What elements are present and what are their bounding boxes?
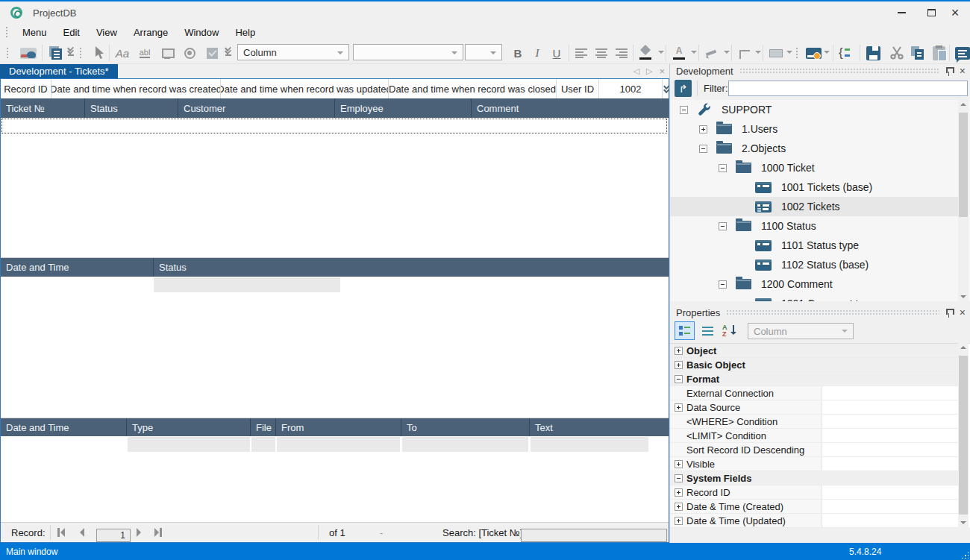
menu-item-window[interactable]: Window: [176, 24, 227, 41]
scrollbar-thumb[interactable]: [959, 356, 968, 515]
property-row-where-condition[interactable]: <WHERE> Condition: [670, 415, 958, 429]
align-left-button[interactable]: [573, 44, 591, 62]
properties-scrollbar[interactable]: [958, 343, 969, 527]
size-combobox[interactable]: [465, 44, 502, 60]
categorized-view-button[interactable]: [675, 321, 695, 340]
documents-button[interactable]: [46, 44, 64, 62]
tree-item-1102-status-base[interactable]: 1102 Status (base): [670, 255, 958, 274]
properties-column-combobox[interactable]: Column: [748, 323, 854, 339]
development-tree-scrollbar[interactable]: [958, 100, 969, 301]
minimize-button[interactable]: [889, 4, 913, 22]
messages-empty-cell-text[interactable]: [531, 437, 648, 452]
scroll-up-icon[interactable]: [960, 346, 966, 349]
menubar-grip[interactable]: [5, 26, 9, 39]
tree-item-1101-status-type[interactable]: 1101 Status type: [670, 236, 958, 255]
field-header-date-and-time-when-record-was-created[interactable]: Date and time when record was created: [51, 79, 221, 98]
property-row-object[interactable]: Object: [670, 344, 958, 358]
scroll-down-icon[interactable]: [960, 295, 966, 298]
column-header-employee[interactable]: Employee: [334, 98, 471, 118]
property-expander-plus[interactable]: [675, 460, 683, 468]
property-row-system-fields[interactable]: System Fields: [670, 471, 958, 485]
column-header-customer[interactable]: Customer: [178, 98, 334, 118]
close-button[interactable]: ×: [943, 4, 967, 22]
shape-dropdown[interactable]: [786, 51, 792, 57]
align-center-button[interactable]: [592, 44, 610, 62]
record-view-button[interactable]: [804, 44, 822, 62]
toolbar-grip[interactable]: [6, 47, 10, 60]
property-expander-plus[interactable]: [675, 361, 683, 369]
first-record-button[interactable]: [57, 523, 65, 542]
tree-item-1201-comment-type[interactable]: 1201 Comment type: [670, 294, 958, 301]
highlight-button[interactable]: [703, 44, 721, 62]
column-combobox[interactable]: Column: [237, 44, 349, 60]
toolbar-overflow-1[interactable]: [66, 44, 75, 59]
tab-development-tickets[interactable]: Development - Tickets*: [0, 64, 118, 78]
record-view-dropdown[interactable]: [824, 51, 830, 57]
column-header-status[interactable]: Status: [84, 98, 178, 118]
property-value-cell[interactable]: [822, 415, 958, 428]
properties-close-icon[interactable]: ×: [960, 307, 966, 318]
italic-button[interactable]: I: [528, 44, 546, 62]
tree-item-1100-status[interactable]: 1100 Status: [670, 216, 958, 236]
column-header-type[interactable]: Type: [126, 418, 250, 436]
underline-button[interactable]: U: [548, 44, 566, 62]
border-style-dropdown[interactable]: [755, 51, 761, 57]
menu-item-arrange[interactable]: Arrange: [125, 24, 176, 41]
last-record-button[interactable]: [154, 523, 162, 542]
property-expander-minus[interactable]: [675, 375, 683, 383]
field-header-date-and-time-when-record-was-closed[interactable]: Date and time when record was closed: [389, 79, 557, 98]
align-right-button[interactable]: [612, 44, 630, 62]
toolbar-grip-3[interactable]: [795, 47, 799, 60]
text-tool-button[interactable]: Aa: [113, 44, 131, 62]
property-expander-plus[interactable]: [675, 488, 683, 497]
font-color-dropdown[interactable]: [691, 51, 697, 57]
column-header-from[interactable]: From: [275, 418, 401, 436]
copy-button[interactable]: [909, 44, 927, 62]
status-history-empty-cell[interactable]: [154, 277, 340, 292]
scroll-down-icon[interactable]: [960, 521, 966, 524]
open-project-button[interactable]: [19, 44, 37, 62]
property-value-cell[interactable]: [822, 400, 958, 414]
property-row-sort-record-id-descending[interactable]: Sort Record ID Descending: [670, 443, 958, 457]
property-value-cell[interactable]: [822, 386, 958, 400]
scroll-up-icon[interactable]: [960, 103, 966, 106]
tree-item-1-users[interactable]: 1.Users: [670, 119, 958, 139]
messages-empty-cell-from[interactable]: [277, 437, 400, 452]
tickets-new-row[interactable]: [1, 119, 667, 133]
property-row-date-time-updated[interactable]: Date & Time (Updated): [670, 514, 958, 528]
menu-item-help[interactable]: Help: [227, 24, 263, 41]
property-row-external-connection[interactable]: External Connection: [670, 386, 958, 400]
comment-button[interactable]: [954, 44, 970, 62]
scrollbar-thumb[interactable]: [959, 113, 968, 217]
cut-button[interactable]: [888, 44, 906, 62]
property-value-cell[interactable]: [822, 500, 958, 513]
tree-expander-minus[interactable]: [719, 164, 727, 172]
tree-item-1001-tickets-base[interactable]: 1001 Tickets (base): [670, 177, 958, 197]
sort-az-button[interactable]: AZ: [719, 321, 739, 340]
tree-expander-minus[interactable]: [719, 280, 727, 289]
messages-empty-cell-type[interactable]: [128, 437, 250, 452]
property-row-basic-object[interactable]: Basic Object: [670, 358, 958, 372]
fill-color-button[interactable]: [637, 44, 655, 62]
property-expander-plus[interactable]: [675, 403, 683, 412]
field-header-1002[interactable]: 1002: [599, 79, 663, 98]
pointer-tool-button[interactable]: [91, 44, 109, 62]
messages-empty-cell-file[interactable]: [251, 437, 275, 452]
tab-close-icon[interactable]: ×: [659, 66, 665, 77]
property-row-limit-condition[interactable]: <LIMIT> Condition: [670, 429, 958, 443]
font-combobox[interactable]: [353, 44, 463, 60]
property-expander-plus[interactable]: [675, 503, 683, 511]
resize-grip[interactable]: [961, 551, 969, 559]
column-header-status[interactable]: Status: [153, 258, 669, 277]
tab-scroll-right-icon[interactable]: ▷: [646, 66, 652, 76]
filter-input[interactable]: [728, 81, 968, 96]
fill-color-dropdown[interactable]: [658, 51, 664, 57]
messages-empty-cell-to[interactable]: [402, 437, 528, 452]
property-value-cell[interactable]: [822, 514, 958, 527]
pin-icon[interactable]: [945, 308, 952, 318]
radio-tool-button[interactable]: [181, 44, 198, 62]
development-close-icon[interactable]: ×: [960, 66, 966, 76]
alphabetical-view-button[interactable]: [698, 321, 718, 340]
property-value-cell[interactable]: [822, 485, 958, 499]
tree-item-2-objects[interactable]: 2.Objects: [670, 139, 958, 158]
